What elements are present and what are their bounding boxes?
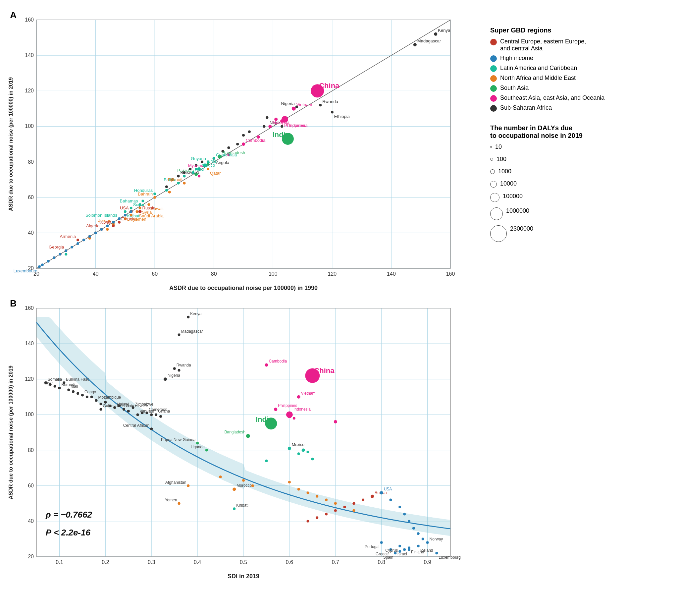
daly-item-10000: 10000 xyxy=(490,180,672,188)
daly-label-1000000: 1000000 xyxy=(506,208,529,214)
daly-item-2300000: 2300000 xyxy=(490,225,672,242)
panel-a-wrapper: A xyxy=(7,7,464,295)
legend-label-sub-saharan: Sub-Saharan Africa xyxy=(500,104,552,111)
chart-a-canvas xyxy=(7,7,464,295)
panel-a-label: A xyxy=(10,10,17,21)
chart-b-canvas xyxy=(7,295,464,583)
panel-b-wrapper: B xyxy=(7,295,464,583)
legend-dot-sub-saharan xyxy=(490,105,497,112)
regions-legend: Super GBD regions Central Europe, easter… xyxy=(490,27,672,114)
legend-item-6: Sub-Saharan Africa xyxy=(490,104,672,112)
daly-label-1000: 1000 xyxy=(498,168,511,175)
daly-item-1000: 1000 xyxy=(490,168,672,175)
legend-label-central-europe: Central Europe, eastern Europe,and centr… xyxy=(500,38,586,52)
legend-label-south-asia: South Asia xyxy=(500,85,529,91)
legend-column: Super GBD regions Central Europe, easter… xyxy=(480,7,672,609)
legend-item-2: Latin America and Caribbean xyxy=(490,65,672,72)
legend-label-high-income: High income xyxy=(500,55,533,62)
dalys-legend-title: The number in DALYs dueto occupational n… xyxy=(490,124,672,140)
legend-dot-southeast-asia xyxy=(490,95,497,102)
charts-column: A B xyxy=(7,7,480,609)
legend-dot-south-asia xyxy=(490,85,497,92)
legend-dot-latin-america xyxy=(490,65,497,72)
daly-label-100: 100 xyxy=(496,156,507,163)
legend-item-3: North Africa and Middle East xyxy=(490,74,672,82)
legend-label-southeast-asia: Southeast Asia, east Asia, and Oceania xyxy=(500,94,605,101)
panel-b-label: B xyxy=(10,298,17,309)
daly-label-10: 10 xyxy=(495,144,502,150)
daly-label-2300000: 2300000 xyxy=(510,225,533,232)
legend-item-4: South Asia xyxy=(490,85,672,92)
legend-item-0: Central Europe, eastern Europe,and centr… xyxy=(490,38,672,52)
daly-label-100000: 100000 xyxy=(503,193,523,200)
daly-item-100: 100 xyxy=(490,156,672,163)
main-container: A B Super GBD regions Central Europe, ea… xyxy=(0,0,679,616)
legend-label-latin-america: Latin America and Caribbean xyxy=(500,65,577,71)
legend-dot-central-europe xyxy=(490,39,497,45)
daly-label-10000: 10000 xyxy=(500,180,517,187)
dalys-legend: The number in DALYs dueto occupational n… xyxy=(490,124,672,245)
legend-dot-north-africa xyxy=(490,75,497,82)
legend-label-north-africa: North Africa and Middle East xyxy=(500,74,576,82)
daly-item-100000: 100000 xyxy=(490,193,672,202)
legend-item-5: Southeast Asia, east Asia, and Oceania xyxy=(490,94,672,102)
legend-dot-high-income xyxy=(490,55,497,62)
daly-item-1000000: 1000000 xyxy=(490,208,672,220)
daly-item-10: 10 xyxy=(490,144,672,150)
legend-item-1: High income xyxy=(490,55,672,62)
regions-legend-title: Super GBD regions xyxy=(490,27,672,34)
